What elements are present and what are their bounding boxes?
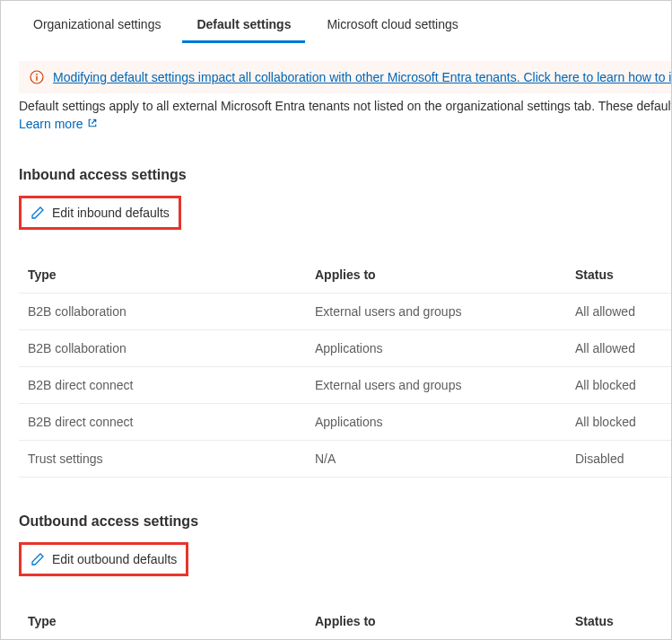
table-row: B2B direct connect External users and gr… xyxy=(19,367,671,404)
table-row: B2B collaboration Applications All allow… xyxy=(19,330,671,367)
cell-applies: N/A xyxy=(315,452,575,466)
cell-status: All allowed xyxy=(575,304,662,319)
tab-microsoft-cloud-settings[interactable]: Microsoft cloud settings xyxy=(312,10,472,43)
col-header-status[interactable]: Status xyxy=(575,267,662,282)
cell-type: Trust settings xyxy=(28,452,315,466)
info-banner: Modifying default settings impact all co… xyxy=(19,61,671,93)
banner-link[interactable]: Modifying default settings impact all co… xyxy=(53,70,671,84)
svg-point-1 xyxy=(36,74,38,75)
cell-status: All blocked xyxy=(575,415,662,429)
col-header-applies[interactable]: Applies to xyxy=(315,614,575,628)
cell-status: All blocked xyxy=(575,378,662,392)
edit-inbound-defaults-button[interactable]: Edit inbound defaults xyxy=(22,200,179,225)
outbound-edit-highlight: Edit outbound defaults xyxy=(19,542,188,576)
outbound-section-title: Outbound access settings xyxy=(19,513,671,530)
cell-status: Disabled xyxy=(575,452,662,466)
col-header-status[interactable]: Status xyxy=(575,614,662,628)
cell-applies: External users and groups xyxy=(315,304,575,319)
svg-rect-2 xyxy=(36,76,37,81)
learn-more-label: Learn more xyxy=(19,117,83,131)
cell-type: B2B collaboration xyxy=(28,341,315,355)
tab-bar: Organizational settings Default settings… xyxy=(1,1,671,43)
inbound-table-header: Type Applies to Status xyxy=(19,257,671,294)
outbound-table: Type Applies to Status B2B collaboration… xyxy=(19,603,671,640)
pencil-icon xyxy=(31,206,45,220)
tab-default-settings[interactable]: Default settings xyxy=(182,10,305,43)
table-row: Trust settings N/A Disabled xyxy=(19,441,671,478)
col-header-applies[interactable]: Applies to xyxy=(315,267,575,282)
edit-outbound-label: Edit outbound defaults xyxy=(52,552,177,566)
table-row: B2B collaboration External users and gro… xyxy=(19,294,671,330)
cell-type: B2B collaboration xyxy=(28,304,315,319)
cell-applies: External users and groups xyxy=(315,378,575,392)
pencil-icon xyxy=(31,552,45,566)
table-row: B2B direct connect Applications All bloc… xyxy=(19,404,671,441)
cell-applies: Applications xyxy=(315,415,575,429)
cell-type: B2B direct connect xyxy=(28,415,315,429)
inbound-table: Type Applies to Status B2B collaboration… xyxy=(19,257,671,478)
outbound-table-header: Type Applies to Status xyxy=(19,603,671,640)
tab-organizational-settings[interactable]: Organizational settings xyxy=(19,10,175,43)
learn-more-link[interactable]: Learn more xyxy=(19,117,98,131)
description-text: Default settings apply to all external M… xyxy=(19,99,671,113)
inbound-section-title: Inbound access settings xyxy=(19,167,671,183)
cell-type: B2B direct connect xyxy=(28,378,315,392)
col-header-type[interactable]: Type xyxy=(28,267,315,282)
cell-status: All allowed xyxy=(575,341,662,355)
info-icon xyxy=(30,70,44,84)
cell-applies: Applications xyxy=(315,341,575,355)
edit-outbound-defaults-button[interactable]: Edit outbound defaults xyxy=(22,547,186,572)
inbound-edit-highlight: Edit inbound defaults xyxy=(19,196,181,230)
col-header-type[interactable]: Type xyxy=(28,614,315,628)
edit-inbound-label: Edit inbound defaults xyxy=(52,206,170,220)
external-link-icon xyxy=(87,117,98,131)
